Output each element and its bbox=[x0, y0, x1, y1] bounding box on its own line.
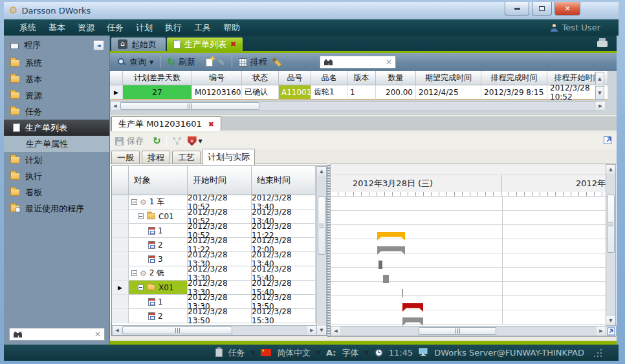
close-document-icon[interactable]: ✖ bbox=[208, 121, 214, 128]
sidebar-item-production-order-props[interactable]: 生产单属性 bbox=[4, 136, 109, 152]
tab-production-order-list[interactable]: 生产单列表 ✖ bbox=[167, 37, 243, 51]
grid-scroll-up-button[interactable]: ▲ bbox=[595, 72, 604, 85]
tab-home[interactable]: ⌂ 起始页 bbox=[111, 37, 166, 51]
clear-search-icon[interactable]: ✕ bbox=[94, 330, 101, 338]
scroll-thumb[interactable] bbox=[419, 327, 496, 335]
shield-icon[interactable]: ✕ bbox=[188, 136, 197, 146]
scroll-up-button[interactable]: ▲ bbox=[317, 167, 326, 176]
scroll-right-button[interactable]: ▶ bbox=[307, 326, 316, 335]
orgchart-icon[interactable] bbox=[172, 136, 182, 145]
filter-search-input[interactable] bbox=[336, 58, 382, 67]
menu-help[interactable]: 帮助 bbox=[223, 22, 240, 34]
query-button[interactable]: 查询 ▼ bbox=[115, 56, 156, 68]
chevron-down-icon[interactable]: ▼ bbox=[251, 350, 255, 356]
gantt-hscrollbar[interactable]: ◀ ▶ bbox=[331, 326, 606, 336]
gantt-bar-c01-op2[interactable] bbox=[383, 275, 389, 283]
sidebar-item-kanban[interactable]: 看板 bbox=[4, 184, 109, 200]
sidebar-item-execute[interactable]: 执行 bbox=[4, 168, 109, 184]
menu-tools[interactable]: 工具 bbox=[194, 22, 211, 34]
menu-task[interactable]: 任务 bbox=[107, 22, 124, 34]
status-font[interactable]: 字体 bbox=[342, 347, 359, 359]
gantt-bar-x01[interactable] bbox=[402, 317, 423, 326]
chevron-down-icon[interactable]: ▼ bbox=[365, 350, 369, 356]
refresh-button[interactable]: ↻ 刷新 bbox=[164, 56, 198, 68]
menu-resource[interactable]: 资源 bbox=[78, 22, 94, 34]
scroll-up-button[interactable]: ▲ bbox=[606, 165, 615, 174]
sidebar-item-recent[interactable]: 最近使用的程序 bbox=[4, 200, 109, 217]
clean-button[interactable] bbox=[270, 58, 284, 67]
gantt-bar-1-che[interactable] bbox=[377, 232, 405, 241]
collapse-node-icon[interactable] bbox=[138, 284, 144, 290]
tab-process[interactable]: 工艺 bbox=[172, 151, 201, 164]
scroll-right-button[interactable]: ▶ bbox=[596, 102, 605, 111]
scroll-down-button[interactable]: ▼ bbox=[317, 326, 326, 335]
scroll-left-button[interactable]: ◀ bbox=[111, 102, 120, 111]
open-in-window-icon[interactable] bbox=[603, 134, 614, 145]
column-header[interactable]: 品名 bbox=[311, 71, 347, 85]
scroll-down-button[interactable]: ▼ bbox=[606, 316, 615, 325]
chevron-down-icon[interactable]: ▼ bbox=[199, 138, 203, 144]
sidebar-search-box[interactable]: ✕ bbox=[9, 328, 105, 341]
sidebar-item-plan[interactable]: 计划 bbox=[4, 152, 109, 168]
document-tab[interactable]: 生产单 M012031601 ✖ bbox=[111, 116, 221, 131]
scroll-right-button[interactable]: ▶ bbox=[597, 327, 606, 336]
filter-search-box[interactable]: ✕ bbox=[320, 56, 396, 69]
gantt-bar-c01[interactable] bbox=[377, 246, 405, 255]
minimize-button[interactable] bbox=[505, 2, 529, 16]
tree-column-start[interactable]: 开始时间 bbox=[188, 166, 252, 195]
tab-schedule[interactable]: 排程 bbox=[142, 151, 170, 164]
save-button[interactable]: 保存 bbox=[127, 135, 144, 147]
schedule-button[interactable]: 排程 bbox=[236, 56, 270, 68]
menu-plan[interactable]: 计划 bbox=[136, 22, 153, 34]
chevron-down-icon[interactable]: ▼ bbox=[316, 350, 320, 356]
column-header[interactable]: 期望完成时间 bbox=[416, 71, 481, 85]
tab-plan-vs-actual[interactable]: 计划与实际 bbox=[203, 149, 255, 165]
tree-column-object[interactable]: 对象 bbox=[129, 166, 188, 195]
chevron-down-icon[interactable]: ▼ bbox=[149, 59, 153, 65]
status-language[interactable]: 简体中文 bbox=[277, 347, 311, 359]
scroll-thumb[interactable] bbox=[120, 102, 259, 110]
sidebar-item-resource[interactable]: 资源 bbox=[4, 87, 109, 103]
gantt-plot-area[interactable] bbox=[331, 197, 606, 325]
tree-hscrollbar[interactable]: ◀ ▶ bbox=[112, 325, 316, 336]
sidebar-item-task[interactable]: 任务 bbox=[4, 103, 109, 120]
edit-button[interactable]: ✎ bbox=[215, 58, 228, 67]
maximize-button[interactable] bbox=[532, 2, 552, 16]
resize-grip[interactable] bbox=[594, 349, 602, 357]
sidebar-item-basic[interactable]: 基本 bbox=[4, 71, 109, 87]
gantt-bar-2-xi[interactable] bbox=[402, 303, 423, 312]
collapse-node-icon[interactable] bbox=[131, 199, 137, 205]
column-header[interactable]: 品号 bbox=[279, 71, 311, 85]
clear-filter-icon[interactable]: ✕ bbox=[386, 58, 392, 66]
printer-icon[interactable] bbox=[597, 41, 608, 47]
gantt-vscrollbar[interactable]: ▲ ▼ bbox=[606, 164, 616, 326]
grid-scroll-down-button[interactable]: ▼ bbox=[595, 86, 604, 100]
refresh-icon[interactable]: ↻ bbox=[153, 136, 161, 146]
column-header[interactable]: 排程完成时间 bbox=[481, 71, 547, 85]
scroll-thumb[interactable] bbox=[122, 327, 232, 334]
column-header[interactable]: 计划差异天数 bbox=[123, 71, 192, 85]
scroll-thumb[interactable] bbox=[318, 197, 325, 255]
sidebar-item-system[interactable]: 系统 bbox=[4, 55, 109, 71]
scroll-left-button[interactable]: ◀ bbox=[113, 326, 122, 335]
column-header[interactable]: 编号 bbox=[192, 71, 242, 85]
scroll-left-button[interactable]: ◀ bbox=[331, 327, 340, 336]
gantt-bar-c01-op3[interactable] bbox=[402, 289, 403, 297]
close-tab-icon[interactable]: ✖ bbox=[230, 41, 236, 48]
table-row[interactable]: ▶ 27 M012031601 已确认 A11001 齿轮1 1 200.00 … bbox=[110, 85, 608, 100]
tree-column-end[interactable]: 结束时间 bbox=[252, 166, 316, 195]
sidebar-search-input[interactable] bbox=[26, 330, 91, 339]
status-task[interactable]: 任务 bbox=[228, 347, 245, 359]
collapse-node-icon[interactable] bbox=[138, 213, 144, 219]
collapse-node-icon[interactable] bbox=[131, 270, 137, 276]
new-button[interactable] bbox=[203, 58, 215, 67]
grid-hscrollbar[interactable]: ◀ ▶ bbox=[110, 101, 604, 111]
tab-general[interactable]: 一般 bbox=[111, 151, 140, 164]
menu-execute[interactable]: 执行 bbox=[165, 22, 182, 34]
sidebar-collapse-button[interactable]: ◄ bbox=[93, 40, 104, 50]
column-header[interactable]: 状态 bbox=[242, 71, 279, 85]
sidebar-item-production-order-list[interactable]: 生产单列表 bbox=[4, 120, 109, 136]
tree-vscrollbar[interactable]: ▲ ▼ bbox=[316, 166, 327, 336]
expand-gantt-button[interactable] bbox=[606, 326, 617, 336]
menu-system[interactable]: 系统 bbox=[19, 22, 36, 34]
